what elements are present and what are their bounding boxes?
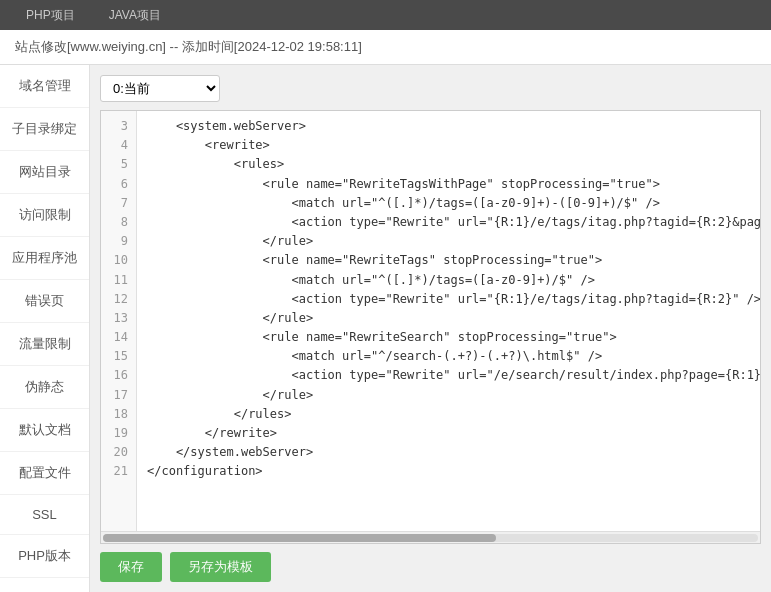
sidebar-item-应用程序池[interactable]: 应用程序池 (0, 237, 89, 280)
line-number-16: 16 (109, 366, 128, 385)
line-number-7: 7 (109, 194, 128, 213)
line-number-6: 6 (109, 175, 128, 194)
line-number-21: 21 (109, 462, 128, 481)
code-content[interactable]: <system.webServer> <rewrite> <rules> <ru… (137, 111, 760, 531)
sidebar-item-错误页[interactable]: 错误页 (0, 280, 89, 323)
line-number-3: 3 (109, 117, 128, 136)
sidebar-item-PHP版本[interactable]: PHP版本 (0, 535, 89, 578)
sidebar-item-伪静态[interactable]: 伪静态 (0, 366, 89, 409)
code-scroll[interactable]: 3456789101112131415161718192021 <system.… (101, 111, 760, 531)
sidebar: 域名管理子目录绑定网站目录访问限制应用程序池错误页流量限制伪静态默认文档配置文件… (0, 65, 90, 592)
sidebar-item-SSL[interactable]: SSL (0, 495, 89, 535)
site-bar: 站点修改[www.weiying.cn] -- 添加时间[2024-12-02 … (0, 30, 771, 65)
sidebar-item-域名管理[interactable]: 域名管理 (0, 65, 89, 108)
hscrollbar-track[interactable] (103, 534, 758, 542)
line-numbers: 3456789101112131415161718192021 (101, 111, 137, 531)
line-number-19: 19 (109, 424, 128, 443)
main-layout: 域名管理子目录绑定网站目录访问限制应用程序池错误页流量限制伪静态默认文档配置文件… (0, 65, 771, 592)
line-number-5: 5 (109, 155, 128, 174)
line-number-20: 20 (109, 443, 128, 462)
line-number-13: 13 (109, 309, 128, 328)
sidebar-item-配置文件[interactable]: 配置文件 (0, 452, 89, 495)
content-area: 0:当前1:备份12:备份2 3456789101112131415161718… (90, 65, 771, 592)
tab-php[interactable]: PHP项目 (10, 3, 91, 28)
version-select[interactable]: 0:当前1:备份12:备份2 (100, 75, 220, 102)
code-editor: 3456789101112131415161718192021 <system.… (100, 110, 761, 544)
line-number-14: 14 (109, 328, 128, 347)
sidebar-item-网站目录[interactable]: 网站目录 (0, 151, 89, 194)
line-number-8: 8 (109, 213, 128, 232)
line-number-4: 4 (109, 136, 128, 155)
line-number-10: 10 (109, 251, 128, 270)
tab-java[interactable]: JAVA项目 (93, 3, 177, 28)
line-number-15: 15 (109, 347, 128, 366)
sidebar-item-流量限制[interactable]: 流量限制 (0, 323, 89, 366)
top-bar: PHP项目 JAVA项目 (0, 0, 771, 30)
line-number-9: 9 (109, 232, 128, 251)
sidebar-item-Composer[interactable]: Composer (0, 578, 89, 592)
site-info: 站点修改[www.weiying.cn] -- 添加时间[2024-12-02 … (15, 39, 362, 54)
sidebar-item-子目录绑定[interactable]: 子目录绑定 (0, 108, 89, 151)
horizontal-scrollbar[interactable] (101, 531, 760, 543)
action-bar: 保存 另存为模板 (100, 552, 761, 582)
line-number-11: 11 (109, 271, 128, 290)
save-button[interactable]: 保存 (100, 552, 162, 582)
hscrollbar-thumb[interactable] (103, 534, 496, 542)
sidebar-item-默认文档[interactable]: 默认文档 (0, 409, 89, 452)
line-number-12: 12 (109, 290, 128, 309)
top-tabs: PHP项目 JAVA项目 (10, 3, 177, 28)
line-number-18: 18 (109, 405, 128, 424)
sidebar-item-访问限制[interactable]: 访问限制 (0, 194, 89, 237)
line-number-17: 17 (109, 386, 128, 405)
save-as-template-button[interactable]: 另存为模板 (170, 552, 271, 582)
version-select-row: 0:当前1:备份12:备份2 (100, 75, 761, 102)
